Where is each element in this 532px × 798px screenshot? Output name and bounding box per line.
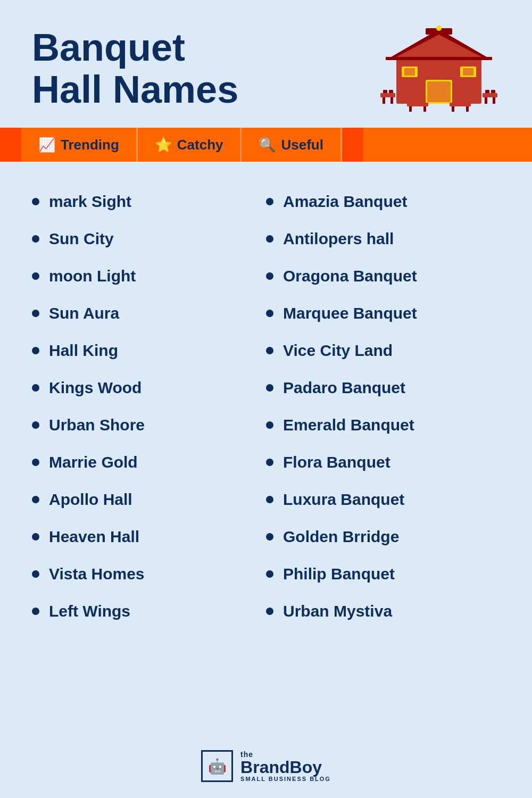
svg-rect-24: [423, 106, 426, 112]
svg-rect-25: [450, 103, 471, 106]
item-label: Heaven Hall: [49, 528, 139, 546]
bullet-dot: [266, 347, 273, 354]
svg-rect-17: [493, 97, 495, 104]
svg-rect-12: [380, 93, 395, 97]
tabs-bar: 📈 Trending ⭐ Catchy 🔍 Useful: [0, 128, 532, 162]
item-label: Golden Brridge: [283, 528, 399, 546]
list-item: Antilopers hall: [266, 220, 500, 257]
item-label: Marrie Gold: [49, 453, 138, 471]
content-section: mark SightSun Citymoon LightSun AuraHall…: [0, 162, 532, 739]
svg-rect-13: [383, 97, 385, 104]
bullet-dot: [32, 198, 39, 205]
svg-rect-23: [409, 106, 412, 112]
bullet-dot: [32, 384, 39, 392]
item-label: Vice City Land: [283, 342, 393, 360]
bullet-dot: [266, 310, 273, 317]
item-label: moon Light: [49, 267, 136, 285]
svg-rect-11: [463, 68, 473, 76]
list-item: Marrie Gold: [32, 444, 266, 481]
bullet-dot: [32, 235, 39, 243]
tab-trending[interactable]: 📈 Trending: [21, 128, 138, 162]
item-label: Sun City: [49, 230, 114, 248]
title-block: Banquet Hall Names: [32, 27, 238, 111]
list-item: Amazia Banquet: [266, 183, 500, 220]
list-item: Vice City Land: [266, 332, 500, 369]
tab-catchy-label: Catchy: [177, 137, 223, 153]
item-label: Hall King: [49, 342, 118, 360]
bullet-dot: [266, 198, 273, 205]
svg-rect-14: [390, 97, 393, 104]
list-item: Urban Mystiva: [266, 593, 500, 630]
bullet-dot: [32, 533, 39, 541]
svg-rect-20: [485, 90, 489, 93]
item-label: Padaro Banquet: [283, 379, 405, 397]
item-label: Urban Mystiva: [283, 602, 392, 620]
bullet-dot: [32, 310, 39, 317]
list-item: Emerald Banquet: [266, 406, 500, 444]
list-item: Golden Brridge: [266, 518, 500, 555]
item-label: Vista Homes: [49, 565, 145, 583]
bullet-dot: [266, 459, 273, 466]
bullet-dot: [32, 421, 39, 429]
item-label: mark Sight: [49, 193, 131, 211]
item-label: Luxura Banquet: [283, 491, 404, 509]
list-item: Kings Wood: [32, 369, 266, 406]
svg-rect-18: [383, 90, 387, 93]
list-item: Vista Homes: [32, 555, 266, 593]
bullet-dot: [32, 272, 39, 280]
bullet-dot: [32, 459, 39, 466]
list-item: Oragona Banquet: [266, 257, 500, 295]
svg-rect-26: [452, 106, 454, 112]
bullet-dot: [266, 608, 273, 615]
item-label: Flora Banquet: [283, 453, 390, 471]
list-item: Padaro Banquet: [266, 369, 500, 406]
svg-rect-21: [491, 90, 495, 93]
list-item: mark Sight: [32, 183, 266, 220]
bullet-dot: [266, 533, 273, 541]
item-label: Left Wings: [49, 602, 130, 620]
bullet-dot: [266, 496, 273, 503]
bullet-dot: [266, 421, 273, 429]
page-title-line2: Hall Names: [32, 69, 238, 111]
banquet-hall-image: [378, 21, 500, 117]
list-item: Flora Banquet: [266, 444, 500, 481]
svg-rect-22: [407, 103, 428, 106]
list-item: Apollo Hall: [32, 481, 266, 518]
list-item: Sun Aura: [32, 295, 266, 332]
item-label: Marquee Banquet: [283, 304, 417, 322]
bullet-dot: [32, 570, 39, 578]
item-label: Antilopers hall: [283, 230, 394, 248]
item-label: Apollo Hall: [49, 491, 132, 509]
list-item: Philip Banquet: [266, 555, 500, 593]
item-label: Urban Shore: [49, 416, 145, 434]
brand-text-block: the BrandBoy SMALL BUSINESS BLOG: [240, 750, 331, 782]
page-title-line1: Banquet: [32, 27, 238, 69]
tab-useful[interactable]: 🔍 Useful: [242, 128, 342, 162]
tab-catchy[interactable]: ⭐ Catchy: [138, 128, 242, 162]
svg-rect-27: [466, 106, 469, 112]
item-label: Oragona Banquet: [283, 267, 417, 285]
item-label: Amazia Banquet: [283, 193, 407, 211]
footer: 🤖 the BrandBoy SMALL BUSINESS BLOG: [0, 739, 532, 798]
list-item: Luxura Banquet: [266, 481, 500, 518]
svg-rect-15: [483, 93, 497, 97]
useful-icon: 🔍: [259, 137, 276, 153]
svg-rect-7: [427, 81, 451, 102]
svg-rect-9: [404, 68, 415, 76]
item-label: Emerald Banquet: [283, 416, 414, 434]
item-label: Sun Aura: [49, 304, 119, 322]
svg-point-4: [436, 26, 442, 31]
bullet-dot: [32, 496, 39, 503]
bullet-dot: [266, 235, 273, 243]
bullet-dot: [32, 347, 39, 354]
tab-right-accent: [342, 128, 363, 162]
svg-rect-5: [386, 57, 492, 60]
trending-icon: 📈: [38, 137, 55, 153]
list-item: Hall King: [32, 332, 266, 369]
item-label: Philip Banquet: [283, 565, 395, 583]
item-label: Kings Wood: [49, 379, 142, 397]
list-item: moon Light: [32, 257, 266, 295]
list-item: Heaven Hall: [32, 518, 266, 555]
bullet-dot: [266, 570, 273, 578]
list-item: Left Wings: [32, 593, 266, 630]
